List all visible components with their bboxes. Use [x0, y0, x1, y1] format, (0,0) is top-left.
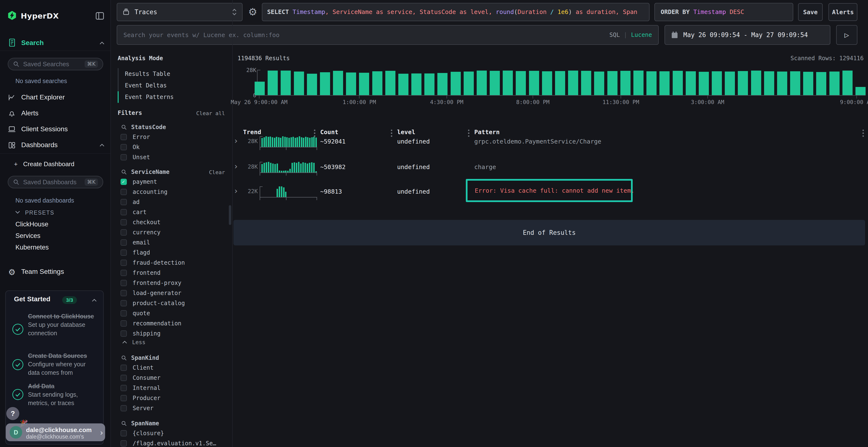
- checkbox[interactable]: [121, 179, 127, 185]
- filter-option-currency[interactable]: currency: [121, 227, 185, 238]
- search-collapse-chevron-icon[interactable]: [99, 41, 105, 45]
- checkbox[interactable]: [121, 395, 127, 401]
- filter-option-fraud-detection[interactable]: fraud-detection: [121, 258, 185, 268]
- highlighted-error-pattern[interactable]: Error: Visa cache full: cannot add new i…: [466, 179, 633, 202]
- kebab-menu-icon[interactable]: [391, 130, 392, 137]
- filter-option-product-catalog[interactable]: product-catalog: [121, 298, 185, 308]
- filter-option-payment[interactable]: payment: [121, 177, 185, 187]
- kebab-menu-icon[interactable]: [468, 130, 469, 137]
- source-settings-gear-icon[interactable]: ⚙: [245, 3, 260, 20]
- help-button[interactable]: ?: [6, 407, 19, 420]
- save-button[interactable]: Save: [798, 3, 823, 21]
- filter-option-Client[interactable]: Client: [121, 363, 161, 373]
- checkbox[interactable]: [121, 290, 127, 296]
- filter-option-ad[interactable]: ad: [121, 197, 185, 207]
- mode-results-table[interactable]: Results Table: [125, 68, 170, 80]
- sql-mode-toggle[interactable]: SQL: [609, 32, 620, 38]
- mode-event-deltas[interactable]: Event Deltas: [125, 80, 166, 91]
- column-header-count[interactable]: Count: [320, 129, 338, 136]
- expand-chevron-icon[interactable]: ›: [235, 136, 238, 145]
- filter-option-frontend[interactable]: frontend: [121, 268, 185, 278]
- sidebar-item-chart-explorer[interactable]: Chart Explorer: [21, 94, 65, 101]
- filter-option-Ok[interactable]: Ok: [121, 142, 150, 152]
- checkbox[interactable]: [121, 375, 127, 381]
- checkbox[interactable]: [121, 239, 127, 246]
- clear-all-button[interactable]: Clear all: [196, 110, 225, 116]
- checkbox[interactable]: [121, 300, 127, 306]
- checkbox[interactable]: [121, 209, 127, 215]
- checkbox[interactable]: [121, 229, 127, 236]
- run-query-button[interactable]: ▷: [836, 25, 858, 45]
- column-header-level[interactable]: level: [397, 129, 415, 136]
- checkbox[interactable]: [121, 270, 127, 276]
- lucene-mode-toggle[interactable]: Lucene: [631, 32, 652, 38]
- filter-option-Internal[interactable]: Internal: [121, 383, 161, 393]
- plus-icon[interactable]: +: [14, 161, 18, 168]
- expand-chevron-icon[interactable]: ›: [235, 186, 238, 196]
- sidebar-item-team-settings[interactable]: Team Settings: [21, 268, 64, 276]
- filter-option-Error[interactable]: Error: [121, 132, 150, 142]
- filter-option-Server[interactable]: Server: [121, 403, 161, 413]
- checkbox[interactable]: [121, 219, 127, 226]
- filter-option-{closure}[interactable]: {closure}: [121, 428, 216, 438]
- checkbox[interactable]: [121, 154, 127, 161]
- checkbox[interactable]: [121, 320, 127, 326]
- saved-searches-input[interactable]: Saved Searches ⌘K: [8, 58, 103, 70]
- filter-option-accounting[interactable]: accounting: [121, 187, 185, 197]
- alerts-button[interactable]: Alerts: [829, 3, 858, 21]
- scrollbar-thumb[interactable]: [229, 205, 231, 225]
- show-less-toggle[interactable]: Less: [122, 339, 145, 345]
- kebab-menu-icon[interactable]: [863, 130, 864, 137]
- order-by-input[interactable]: ORDER BY Timestamp DESC: [654, 3, 793, 21]
- checkbox[interactable]: [121, 144, 127, 150]
- column-header-pattern[interactable]: Pattern: [474, 129, 500, 136]
- saved-dashboards-input[interactable]: Saved Dashboards ⌘K: [8, 176, 103, 188]
- sidebar-collapse-icon[interactable]: [95, 12, 104, 20]
- checkbox[interactable]: [121, 199, 127, 205]
- preset-clickhouse[interactable]: ClickHouse: [16, 220, 49, 228]
- sidebar-item-dashboards[interactable]: Dashboards: [21, 141, 58, 149]
- filter-option-Unset[interactable]: Unset: [121, 152, 150, 162]
- filter-option-quote[interactable]: quote: [121, 308, 185, 318]
- presets-header[interactable]: PRESETS: [25, 209, 54, 216]
- filter-option-frontend-proxy[interactable]: frontend-proxy: [121, 278, 185, 288]
- create-dashboard-button[interactable]: Create Dashboard: [23, 161, 74, 168]
- checkbox[interactable]: [121, 189, 127, 195]
- preset-kubernetes[interactable]: Kubernetes: [16, 244, 49, 251]
- filter-option-load-generator[interactable]: load-generator: [121, 288, 185, 298]
- filter-option-recommendation[interactable]: recommendation: [121, 318, 185, 329]
- checkbox[interactable]: [121, 405, 127, 411]
- filter-option-shipping[interactable]: shipping: [121, 329, 185, 339]
- get-started-collapse-chevron-icon[interactable]: [92, 299, 97, 302]
- filter-option-Consumer[interactable]: Consumer: [121, 373, 161, 383]
- checkbox[interactable]: [121, 280, 127, 286]
- checkbox[interactable]: [121, 365, 127, 371]
- filter-option-/flagd.evaluation.v1.Se…[interactable]: /flagd.evaluation.v1.Se…: [121, 438, 216, 447]
- checkbox[interactable]: [121, 385, 127, 391]
- filter-option-checkout[interactable]: checkout: [121, 217, 185, 227]
- sidebar-item-search[interactable]: Search: [21, 39, 44, 47]
- presets-chevron-down-icon[interactable]: [15, 210, 20, 214]
- date-range-picker[interactable]: May 26 09:09:54 - May 27 09:09:54: [664, 25, 830, 45]
- expand-chevron-icon[interactable]: ›: [235, 161, 238, 171]
- sidebar-item-client-sessions[interactable]: Client Sessions: [21, 125, 68, 133]
- checkbox[interactable]: [121, 440, 127, 447]
- checkbox[interactable]: [121, 430, 127, 437]
- filter-option-Producer[interactable]: Producer: [121, 393, 161, 403]
- kebab-menu-icon[interactable]: [314, 130, 315, 137]
- checkbox[interactable]: [121, 249, 127, 256]
- filter-option-flagd[interactable]: flagd: [121, 248, 185, 258]
- checkbox[interactable]: [121, 260, 127, 266]
- preset-services[interactable]: Services: [16, 232, 40, 240]
- filter-option-email[interactable]: email: [121, 238, 185, 248]
- clear-servicename-button[interactable]: Clear: [209, 169, 225, 175]
- filter-option-cart[interactable]: cart: [121, 207, 185, 217]
- mode-event-patterns[interactable]: Event Patterns: [125, 91, 174, 103]
- checkbox[interactable]: [121, 310, 127, 316]
- user-menu[interactable]: D dale@clickhouse.com dale@clickhouse.co…: [6, 423, 105, 441]
- column-header-trend[interactable]: Trend: [243, 129, 261, 136]
- sql-select-input[interactable]: SELECT Timestamp, ServiceName as service…: [262, 3, 650, 21]
- checkbox[interactable]: [121, 331, 127, 337]
- sidebar-item-alerts[interactable]: Alerts: [21, 109, 38, 117]
- dashboards-collapse-chevron-icon[interactable]: [99, 143, 105, 147]
